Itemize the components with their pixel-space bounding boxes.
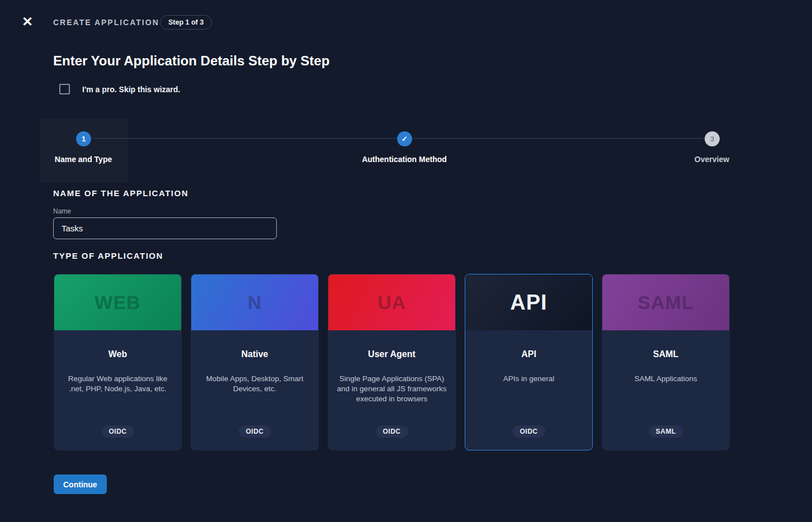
- step-1-label: Name and Type: [55, 155, 112, 164]
- card-user-agent-protocol-badge: OIDC: [376, 425, 408, 438]
- card-saml[interactable]: SAML SAML SAML Applications SAML: [602, 274, 730, 450]
- skip-wizard-checkbox[interactable]: [59, 84, 70, 94]
- skip-wizard-label: I'm a pro. Skip this wizard.: [82, 85, 180, 94]
- step-1-circle[interactable]: 1: [76, 131, 91, 146]
- step-3-label: Overview: [695, 155, 729, 164]
- step-2-label: Authentication Method: [362, 155, 447, 164]
- card-web-protocol-badge: OIDC: [102, 425, 134, 438]
- card-user-agent-description: Single Page Applications (SPA) and in ge…: [336, 374, 447, 404]
- step-badge: Step 1 of 3: [160, 15, 212, 30]
- page-title: CREATE APPLICATION: [53, 18, 159, 27]
- application-type-cards: WEB Web Regular Web applications like .n…: [54, 274, 730, 450]
- card-native-protocol-badge: OIDC: [239, 425, 271, 438]
- continue-button[interactable]: Continue: [54, 474, 107, 494]
- card-web-description: Regular Web applications like .net, PHP,…: [62, 374, 173, 394]
- card-native-banner: N: [191, 274, 318, 330]
- application-name-input[interactable]: [53, 217, 277, 239]
- close-icon[interactable]: ✕: [20, 15, 35, 29]
- wizard-heading: Enter Your Application Details Step by S…: [53, 53, 329, 69]
- create-application-wizard: ✕ CREATE APPLICATION Step 1 of 3 Enter Y…: [0, 0, 812, 522]
- step-3-circle[interactable]: 3: [705, 131, 720, 146]
- step-2-circle check-icon[interactable]: ✓: [397, 131, 412, 146]
- card-saml-description: SAML Applications: [610, 374, 721, 384]
- active-step-highlight: [40, 118, 128, 182]
- card-web-title: Web: [54, 349, 181, 359]
- card-native-description: Mobile Apps, Desktop, Smart Devices, etc…: [199, 374, 310, 394]
- stepper-connector: [93, 138, 396, 139]
- card-api-banner: API: [465, 274, 592, 330]
- card-native-title: Native: [191, 349, 318, 359]
- card-api-description: APIs in general: [473, 374, 584, 384]
- card-api-title: API: [465, 349, 592, 359]
- card-api-selected[interactable]: API API APIs in general OIDC: [465, 274, 593, 450]
- type-section-title: TYPE OF APPLICATION: [53, 251, 163, 260]
- name-field-label: Name: [53, 207, 71, 215]
- card-native[interactable]: N Native Mobile Apps, Desktop, Smart Dev…: [191, 274, 319, 450]
- card-user-agent[interactable]: UA User Agent Single Page Applications (…: [328, 274, 456, 450]
- card-saml-banner: SAML: [602, 274, 729, 330]
- card-user-agent-banner: UA: [328, 274, 455, 330]
- skip-wizard-row: I'm a pro. Skip this wizard.: [59, 84, 180, 94]
- card-api-protocol-badge: OIDC: [513, 425, 545, 438]
- stepper-connector: [413, 138, 704, 139]
- card-web[interactable]: WEB Web Regular Web applications like .n…: [54, 274, 182, 450]
- card-user-agent-title: User Agent: [328, 349, 455, 359]
- card-saml-title: SAML: [602, 349, 729, 359]
- name-section-title: NAME OF THE APPLICATION: [53, 188, 188, 198]
- card-saml-protocol-badge: SAML: [649, 425, 683, 438]
- card-web-banner: WEB: [54, 274, 181, 330]
